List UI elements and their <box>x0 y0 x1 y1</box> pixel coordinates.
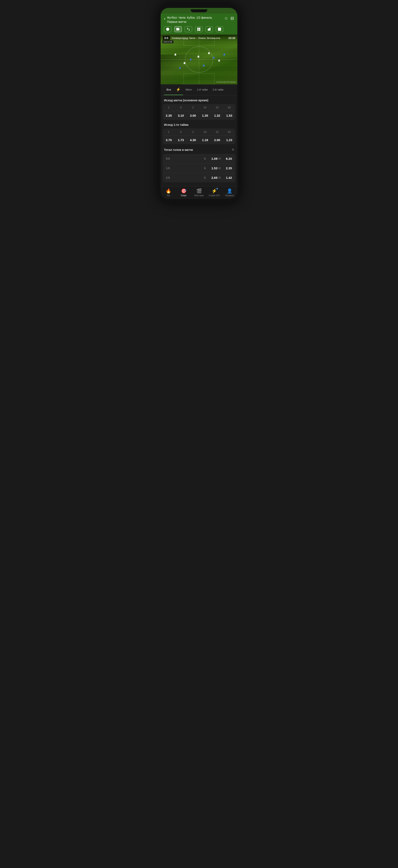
scoreboard-bar: UCH 0 UE <box>162 40 174 43</box>
header-x2: X2 <box>223 106 235 109</box>
list-view-icon[interactable]: ≡ <box>232 148 234 152</box>
svg-rect-6 <box>199 28 200 29</box>
back-button[interactable]: ‹ <box>164 16 165 21</box>
fh-header-1: 1 <box>163 130 175 133</box>
svg-rect-13 <box>218 29 221 30</box>
fh-header-x: X <box>175 130 187 133</box>
first-half-outcome-title: Исход 1-го тайма <box>161 120 237 128</box>
football-field[interactable]: UCH 0 UE <box>161 35 237 84</box>
nav-profile-label: Профиль <box>225 194 234 197</box>
nav-bets247[interactable]: ⚡ Ставки 24/7 <box>207 188 222 197</box>
totals-title: Тотал голов в матче <box>164 148 193 152</box>
tab-lightning[interactable]: ⚡ <box>174 84 183 95</box>
total-m-odds-0[interactable]: 6.20 <box>222 157 232 160</box>
total-b-odds-2[interactable]: 2.65 <box>207 176 217 180</box>
nav-profile[interactable]: 👤 Профиль <box>222 188 237 197</box>
total-val-1: 1.5 <box>166 166 174 170</box>
total-b-label-0: Б <box>203 157 207 160</box>
tab-match[interactable]: Матч <box>183 84 194 95</box>
match-outcome-values: 2.35 3.10 3.00 1.35 1.32 1.53 <box>163 111 235 120</box>
fh-odds-x[interactable]: 1.73 <box>175 138 187 142</box>
fh-odds-1x[interactable]: 1.18 <box>199 138 211 142</box>
tab-first-half[interactable]: 1-й тайм <box>194 84 210 95</box>
nav-top[interactable]: 🔥 Топ <box>161 188 176 197</box>
odds-1[interactable]: 2.35 <box>163 114 175 117</box>
bets247-icon: ⚡ <box>211 188 217 193</box>
nav-sport-label: Спорт <box>181 194 187 197</box>
tab-all[interactable]: Все <box>164 84 174 95</box>
tab-second-half[interactable]: 2-й тайм <box>210 84 226 95</box>
match-outcome-table: 1 X 2 1X 12 X2 2.35 3.10 3.00 1.35 1.32 … <box>163 104 235 120</box>
total-m-label-0: М <box>217 157 222 160</box>
header-title: Футбол. Чили. Кубок. 1/2 финала. Первые … <box>167 16 213 24</box>
total-b-label-1: Б <box>203 166 207 170</box>
favorite-icon[interactable]: ☆ <box>224 16 228 21</box>
timer-overlay: 23:32 <box>228 36 235 39</box>
total-m-odds-1[interactable]: 2.35 <box>222 166 232 170</box>
status-bar <box>161 8 237 14</box>
nav-chart-btn[interactable] <box>206 26 213 32</box>
header-x: X <box>175 106 187 109</box>
fh-odds-x2[interactable]: 1.23 <box>223 138 235 142</box>
header-2: 2 <box>187 106 199 109</box>
total-row-0: 0.5 Б 1.09 М 6.20 <box>163 154 235 163</box>
total-row-2: 2.5 Б 2.65 М 1.42 <box>163 173 235 182</box>
nav-video-btn[interactable] <box>174 26 182 32</box>
nav-lineup-btn[interactable] <box>195 26 203 32</box>
totals-title-row: Тотал голов в матче ≡ <box>161 144 237 154</box>
nav-top-label: Топ <box>167 194 170 197</box>
svg-rect-5 <box>197 28 198 29</box>
total-val-0: 0.5 <box>166 157 174 160</box>
odds-x[interactable]: 3.10 <box>175 114 187 117</box>
phone-screen: ‹ Футбол. Чили. Кубок. 1/2 финала. Первы… <box>161 8 237 199</box>
odds-1x[interactable]: 1.35 <box>199 114 211 117</box>
nav-icons-row <box>164 26 234 32</box>
fire-icon: 🔥 <box>165 188 171 194</box>
bottom-nav: 🔥 Топ 🎯 Спорт 🎬 Мои пари ⚡ <box>161 186 237 199</box>
fh-odds-12[interactable]: 2.00 <box>211 138 223 142</box>
nav-my-bets-label: Мои пари <box>194 194 204 197</box>
fh-header-12: 12 <box>211 130 223 133</box>
totals-table: 0.5 Б 1.09 М 6.20 1.5 Б 1.53 М 2.35 <box>163 154 235 182</box>
total-b-odds-1[interactable]: 1.53 <box>207 166 217 170</box>
total-m-odds-2[interactable]: 1.42 <box>222 176 232 180</box>
notification-dot <box>216 188 218 189</box>
svg-rect-8 <box>199 30 200 31</box>
header-1: 1 <box>163 106 175 109</box>
settings-icon[interactable]: ⊟ <box>231 16 234 21</box>
total-b-label-2: Б <box>203 176 207 179</box>
total-row-1: 1.5 Б 1.53 М 2.35 <box>163 163 235 173</box>
match-outcome-headers: 1 X 2 1X 12 X2 <box>163 104 235 111</box>
first-half-headers: 1 X 2 1X 12 X2 <box>163 128 235 136</box>
header-top: ‹ Футбол. Чили. Кубок. 1/2 финала. Первы… <box>164 16 234 24</box>
nav-my-bets[interactable]: 🎬 Мои пари <box>191 188 207 197</box>
svg-rect-3 <box>177 28 179 30</box>
match-name-overlay: Универсидад Чили – Унион Эспаньола <box>172 36 228 39</box>
score-badge: 0:0 <box>163 36 170 40</box>
fh-odds-2[interactable]: 4.30 <box>187 138 199 142</box>
fh-odds-1[interactable]: 3.70 <box>163 138 175 142</box>
sport-icon: 🎯 <box>181 188 187 194</box>
header: ‹ Футбол. Чили. Кубок. 1/2 финала. Первы… <box>161 14 237 35</box>
odds-x2[interactable]: 1.53 <box>223 114 235 117</box>
nav-sport[interactable]: 🎯 Спорт <box>176 188 191 197</box>
odds-12[interactable]: 1.32 <box>211 114 223 117</box>
header-12: 12 <box>211 106 223 109</box>
total-m-label-1: М <box>217 166 222 170</box>
fh-header-x2: X2 <box>223 130 235 133</box>
svg-rect-10 <box>209 28 210 31</box>
nav-exchange-btn[interactable] <box>185 26 192 32</box>
nav-bets247-label: Ставки 24/7 <box>209 194 220 197</box>
nav-history-btn[interactable] <box>216 26 223 32</box>
header-left: ‹ Футбол. Чили. Кубок. 1/2 финала. Первы… <box>164 16 224 24</box>
svg-rect-14 <box>218 30 221 31</box>
content-section: Исход матча (основное время) 1 X 2 1X 12… <box>161 95 237 186</box>
phone-frame: ‹ Футбол. Чили. Кубок. 1/2 финала. Первы… <box>159 4 239 203</box>
total-val-2: 2.5 <box>166 176 174 179</box>
odds-2[interactable]: 3.00 <box>187 114 199 117</box>
fh-header-1x: 1X <box>199 130 211 133</box>
nav-info-btn[interactable] <box>164 26 172 32</box>
total-b-odds-0[interactable]: 1.09 <box>207 157 217 160</box>
svg-rect-12 <box>218 28 221 29</box>
watermark: #UCHvsUExTNTSports <box>216 81 236 83</box>
